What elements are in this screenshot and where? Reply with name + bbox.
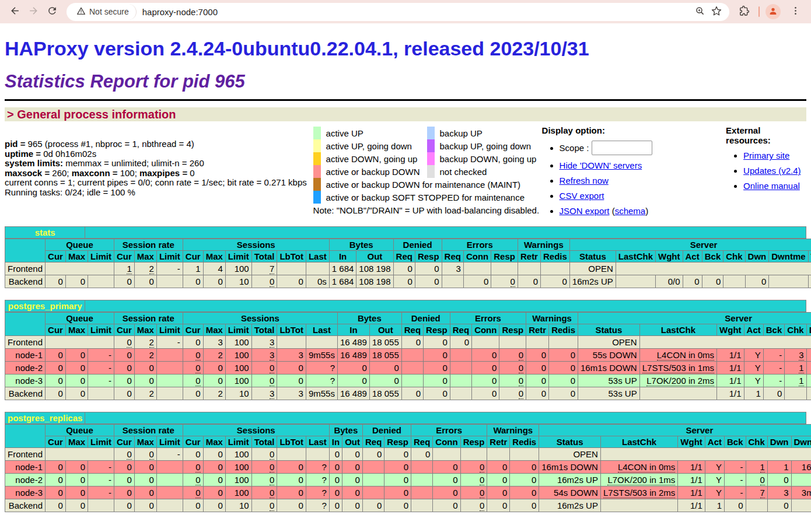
stat-cell: 0: [183, 362, 203, 374]
row-label-link[interactable]: node-3: [15, 376, 43, 386]
column-header: Wght: [656, 251, 683, 262]
tooltip-value: 0: [519, 350, 523, 360]
stat-cell: 0: [114, 275, 134, 288]
stat-cell: 0: [549, 374, 578, 387]
stat-cell: 0: [424, 374, 450, 387]
column-header: Limit: [88, 324, 114, 336]
stat-cell: 53s UP: [578, 387, 640, 400]
tooltip-value: 0: [127, 337, 131, 348]
column-header: Max: [203, 251, 225, 262]
tooltip-value: 0: [270, 449, 274, 460]
zoom-button[interactable]: [692, 4, 708, 20]
warning-triangle-icon: [76, 6, 86, 18]
stat-cell: 0: [134, 275, 156, 288]
stat-cell: 0: [433, 499, 460, 512]
schema-link[interactable]: schema: [615, 206, 646, 216]
stat-cell: 0: [472, 387, 499, 400]
legend-color-box: [313, 165, 321, 178]
column-header: Resp: [384, 436, 411, 448]
stat-cell: 0: [415, 262, 442, 275]
table-row: Frontend00-00100000000OPEN: [5, 448, 811, 461]
stat-cell: [450, 349, 471, 362]
legend-color-box: [313, 178, 321, 191]
corner-cell: [5, 313, 46, 336]
proxy-name-link[interactable]: postgres_primary: [8, 301, 82, 311]
stat-cell: [46, 336, 114, 349]
column-header: Status: [569, 251, 616, 262]
forward-button[interactable]: [25, 3, 42, 20]
profile-button[interactable]: [765, 4, 781, 19]
stat-cell: 0: [203, 499, 225, 512]
display-option-link[interactable]: Refresh now: [560, 176, 609, 186]
stat-cell: [362, 461, 384, 474]
proxy-name-link[interactable]: stats: [35, 228, 55, 237]
stat-cell: 0: [362, 499, 384, 512]
menu-button[interactable]: [786, 3, 804, 20]
row-label-link[interactable]: Backend: [9, 388, 43, 398]
stat-cell: 0: [487, 474, 510, 487]
json-export-link[interactable]: JSON export: [560, 206, 610, 216]
row-label: node-2: [5, 362, 46, 374]
stat-cell: 0: [384, 499, 411, 512]
tooltip-value: 1: [760, 462, 765, 473]
row-label-link[interactable]: node-1: [15, 462, 43, 472]
address-bar[interactable]: Not secure haproxy-node:7000: [67, 3, 729, 21]
stat-cell: 0: [183, 474, 203, 487]
back-button[interactable]: [6, 3, 23, 20]
legend-color-box: [427, 165, 435, 178]
proxy-title-table: stats: [5, 226, 806, 239]
stat-cell: 0: [342, 499, 363, 512]
stat-cell: 0: [114, 336, 134, 349]
tooltip-value: L7STS/503 in 1ms: [642, 363, 714, 373]
row-label-link[interactable]: Backend: [9, 276, 43, 286]
legend-label: backup DOWN, going up: [435, 152, 544, 165]
row-label: Backend: [5, 387, 46, 400]
row-label-link[interactable]: Frontend: [8, 264, 43, 274]
row-label-link[interactable]: Frontend: [8, 449, 43, 459]
url-text[interactable]: haproxy-node:7000: [142, 7, 692, 17]
stat-cell: 1: [705, 499, 724, 512]
bookmark-button[interactable]: [708, 4, 725, 20]
legend-label: active UP: [321, 127, 427, 139]
stat-cell: [156, 499, 183, 512]
external-resource-link[interactable]: Primary site: [743, 150, 789, 160]
display-option-link[interactable]: Hide 'DOWN' servers: [560, 160, 642, 170]
tooltip-value: 0: [480, 462, 484, 473]
row-label-link[interactable]: node-1: [15, 350, 43, 360]
stat-cell: L4CON in 0ms: [600, 461, 677, 474]
column-header: LbTot: [277, 324, 306, 336]
stat-cell: [769, 275, 808, 288]
stat-cell: 10: [225, 275, 251, 288]
column-header: Last: [306, 324, 337, 336]
stat-cell: 0: [251, 275, 277, 288]
proxy-tables: statsQueueSession rateSessionsBytesDenie…: [5, 226, 806, 512]
row-label-link[interactable]: Backend: [9, 501, 43, 510]
corner-cell: [5, 425, 46, 448]
display-option-link[interactable]: CSV export: [560, 191, 604, 201]
stat-cell: 0: [460, 499, 487, 512]
three-dot-menu-icon: [790, 5, 801, 18]
row-label-link[interactable]: node-2: [15, 363, 43, 373]
column-group-header: Errors: [411, 425, 487, 436]
stat-cell: 16m1s: [791, 461, 811, 474]
row-label: node-1: [5, 461, 46, 474]
column-group-header: Sessions: [183, 239, 329, 251]
column-header: Limit: [88, 251, 114, 262]
row-label-link[interactable]: node-2: [15, 475, 43, 485]
external-resource-link[interactable]: Updates (v2.4): [743, 166, 800, 176]
stat-cell: 0: [277, 499, 306, 512]
proxy-name-link[interactable]: postgres_replicas: [8, 413, 82, 423]
row-label-link[interactable]: Frontend: [8, 337, 43, 347]
stat-cell: 0: [401, 387, 423, 400]
reload-button[interactable]: [43, 3, 61, 20]
row-label-link[interactable]: node-3: [15, 488, 43, 498]
scope-input[interactable]: [592, 141, 652, 155]
external-resource-link[interactable]: Online manual: [743, 181, 800, 191]
stat-cell: [549, 336, 578, 349]
column-header: Req: [362, 436, 384, 448]
stat-cell: 100: [225, 487, 251, 499]
column-header: Redis: [510, 436, 539, 448]
column-header: Resp: [460, 436, 487, 448]
extensions-button[interactable]: [735, 3, 753, 20]
security-badge[interactable]: Not secure: [71, 4, 137, 20]
